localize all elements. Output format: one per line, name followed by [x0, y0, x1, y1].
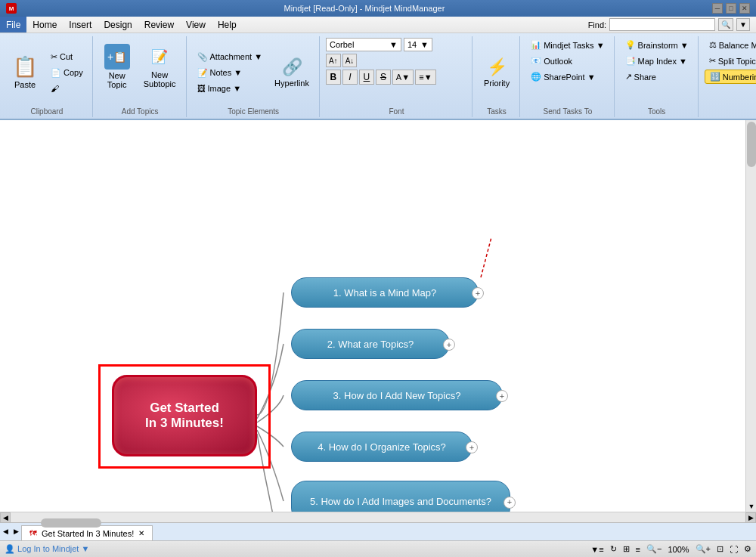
maximize-button[interactable]: □ [726, 3, 736, 14]
list-icon[interactable]: ≡ [636, 545, 640, 554]
font-grow-button[interactable]: A↑ [326, 54, 341, 67]
canvas-area: Get StartedIn 3 Minutes! 1. What is a Mi… [0, 120, 756, 512]
attachment-icon: 📎 [197, 52, 208, 62]
sharepoint-icon: 🌐 [531, 72, 541, 82]
zoom-level: 100% [668, 545, 689, 554]
sharepoint-button[interactable]: 🌐 SharePoint ▼ [526, 70, 600, 84]
topic-node-4[interactable]: 4. How do I Organize Topics? + [291, 432, 472, 462]
topic-node-5[interactable]: 5. How do I Add Images and Documents? + [291, 481, 510, 512]
expand-5[interactable]: + [503, 497, 516, 509]
editing-group: ⚖ Balance Map ↕ Sort ▼ ✂ Split Topic ▼ ⬜… [700, 36, 756, 117]
image-button[interactable]: 🖼 Image ▼ [193, 82, 268, 95]
minimize-button[interactable]: ─ [712, 3, 723, 14]
status-bar: 👤 Log In to Mindjet ▼ ▼≡ ↻ ⊞ ≡ 🔍− 100% 🔍… [0, 540, 756, 557]
attachment-button[interactable]: 📎 Attachment ▼ [193, 50, 268, 64]
topic-node-2[interactable]: 2. What are Topics? + [291, 329, 450, 359]
scrollbar-horizontal[interactable]: ◀ ▶ [0, 512, 756, 522]
cut-button[interactable]: ✂ Cut [46, 50, 88, 64]
priority-button[interactable]: ⚡ Priority [479, 44, 515, 101]
tools-label: Tools [616, 107, 698, 116]
topic-elements-label: Topic Elements [188, 107, 319, 116]
topic-elements-group: 📎 Attachment ▼ 📝 Notes ▼ 🖼 Image ▼ 🔗 Hyp [188, 36, 320, 117]
expand-4[interactable]: + [466, 441, 478, 453]
login-icon: 👤 [5, 544, 15, 553]
central-node[interactable]: Get StartedIn 3 Minutes! [112, 375, 257, 456]
new-subtopic-button[interactable]: 📝 NewSubtopic [138, 38, 181, 95]
numbering-button[interactable]: 🔢 Numbering ▼ [705, 70, 756, 84]
zoom-out-icon[interactable]: 🔍− [646, 544, 662, 554]
font-name-selector[interactable]: Corbel▼ [326, 38, 401, 51]
scroll-thumb-vertical[interactable] [747, 122, 756, 167]
menu-help[interactable]: Help [212, 17, 243, 32]
window-title: Mindjet [Read-Only] - Mindjet MindManage… [17, 4, 712, 13]
italic-button[interactable]: I [342, 70, 358, 85]
tab-bar: ◀ ▶ 🗺 Get Started In 3 Minutes! ✕ [0, 522, 756, 540]
font-label: Font [321, 107, 472, 116]
balance-map-icon: ⚖ [709, 40, 717, 50]
zoom-in-icon[interactable]: 🔍+ [696, 544, 711, 554]
find-search-btn[interactable]: 🔍 [718, 18, 733, 31]
mindjet-tasks-icon: 📊 [531, 40, 541, 50]
refresh-icon[interactable]: ↻ [610, 544, 617, 554]
find-options-btn[interactable]: ▼ [736, 18, 750, 31]
format-painter-button[interactable]: 🖌 [46, 82, 88, 95]
font-size-selector[interactable]: 14▼ [404, 38, 432, 51]
split-topic-icon: ✂ [709, 56, 716, 66]
scroll-thumb-horizontal[interactable] [41, 518, 101, 528]
topic-node-1[interactable]: 1. What is a Mind Map? + [291, 277, 479, 308]
document-tab[interactable]: 🗺 Get Started In 3 Minutes! ✕ [21, 525, 153, 540]
align-button[interactable]: ≡▼ [415, 70, 436, 85]
options-icon[interactable]: ⚙ [744, 544, 751, 554]
split-topic-button[interactable]: ✂ Split Topic ▼ [705, 54, 756, 68]
brainstorm-button[interactable]: 💡 Brainstorm ▼ [621, 38, 693, 52]
expand-3[interactable]: + [496, 390, 508, 402]
expand-2[interactable]: + [443, 339, 455, 351]
notes-button[interactable]: 📝 Notes ▼ [193, 66, 268, 80]
menu-design[interactable]: Design [98, 17, 138, 32]
filter-icon[interactable]: ▼≡ [590, 545, 603, 554]
bold-button[interactable]: B [326, 70, 341, 85]
strikethrough-button[interactable]: S [376, 70, 391, 85]
expand-1[interactable]: + [472, 287, 484, 299]
font-shrink-button[interactable]: A↓ [342, 54, 358, 67]
copy-button[interactable]: 📄 Copy [46, 66, 88, 80]
scrollbar-vertical[interactable]: ▲ ▼ [745, 120, 756, 512]
copy-icon: 📄 [51, 68, 61, 78]
fullscreen-icon[interactable]: ⛶ [730, 545, 738, 554]
menu-view[interactable]: View [180, 17, 212, 32]
share-icon: ↗ [625, 72, 632, 82]
login-link[interactable]: 👤 Log In to Mindjet ▼ [5, 544, 89, 554]
underline-button[interactable]: U [359, 70, 374, 85]
fit-icon[interactable]: ⊡ [717, 544, 723, 554]
close-button[interactable]: ✕ [739, 3, 750, 14]
topic-node-3[interactable]: 3. How do I Add New Topics? + [291, 380, 503, 410]
menu-insert[interactable]: Insert [63, 17, 98, 32]
share-button[interactable]: ↗ Share [621, 70, 661, 84]
font-color-button[interactable]: A▼ [392, 70, 414, 85]
priority-icon: ⚡ [487, 57, 507, 77]
cut-icon: ✂ [51, 52, 57, 62]
menu-file[interactable]: File [0, 17, 26, 32]
grid-icon[interactable]: ⊞ [623, 544, 630, 554]
tab-label: Get Started In 3 Minutes! [42, 529, 134, 538]
menu-review[interactable]: Review [138, 17, 180, 32]
menu-bar: File Home Insert Design Review View Help… [0, 17, 756, 33]
new-topic-icon: +📋 [104, 44, 130, 70]
find-input[interactable] [609, 18, 715, 31]
outlook-button[interactable]: 📧 Outlook [526, 54, 577, 68]
numbering-icon: 🔢 [710, 72, 720, 82]
new-topic-button[interactable]: +📋 NewTopic [99, 38, 135, 95]
send-tasks-label: Send Tasks To [522, 107, 613, 116]
new-subtopic-icon: 📝 [147, 45, 172, 69]
mindjet-tasks-button[interactable]: 📊 Mindjet Tasks ▼ [526, 38, 609, 52]
paste-button[interactable]: 📋 Paste [6, 44, 44, 101]
map-index-button[interactable]: 📑 Map Index ▼ [621, 54, 692, 68]
add-topics-group: +📋 NewTopic 📝 NewSubtopic Add Topics [94, 36, 187, 117]
balance-map-button[interactable]: ⚖ Balance Map [705, 38, 756, 52]
menu-home[interactable]: Home [26, 17, 63, 32]
hyperlink-button[interactable]: 🔗 Hyperlink [269, 44, 314, 101]
tools-group: 💡 Brainstorm ▼ 📑 Map Index ▼ ↗ Share Too… [616, 36, 699, 117]
editing-label: Editing [700, 107, 756, 116]
tab-close[interactable]: ✕ [138, 529, 144, 537]
ribbon: 📋 Paste ✂ Cut 📄 Copy 🖌 [0, 33, 756, 120]
